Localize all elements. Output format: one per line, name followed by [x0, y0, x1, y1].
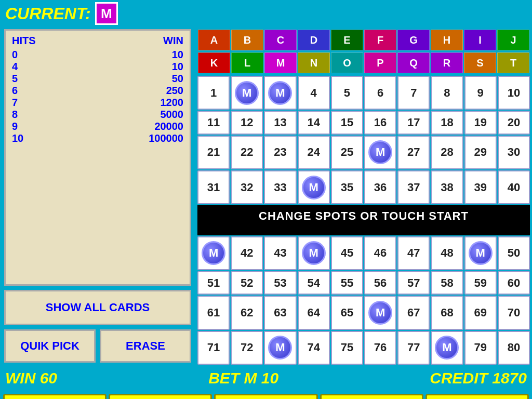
keno-cell-46[interactable]: 46	[364, 236, 396, 270]
alpha-btn-L[interactable]: L	[231, 52, 263, 73]
keno-cell-38[interactable]: 38	[431, 170, 463, 204]
keno-cell-19[interactable]: 19	[464, 111, 497, 134]
keno-cell-68[interactable]: 68	[431, 296, 463, 329]
keno-cell-28[interactable]: 28	[431, 136, 463, 169]
keno-cell-80[interactable]: 80	[498, 331, 530, 365]
options-button[interactable]: OPTIONS	[3, 394, 107, 399]
keno-cell-58[interactable]: 58	[431, 271, 463, 295]
keno-cell-6[interactable]: 6	[364, 76, 396, 110]
alpha-btn-A[interactable]: A	[198, 30, 230, 50]
alpha-btn-S[interactable]: S	[464, 52, 496, 73]
keno-cell-2[interactable]: M	[231, 76, 263, 110]
keno-cell-50[interactable]: 50	[498, 236, 530, 270]
keno-cell-78[interactable]: M	[431, 331, 463, 365]
alpha-btn-C[interactable]: C	[264, 30, 297, 50]
keno-cell-65[interactable]: 65	[331, 296, 363, 329]
keno-cell-76[interactable]: 76	[364, 331, 396, 365]
keno-cell-73[interactable]: M	[264, 331, 296, 365]
keno-cell-36[interactable]: 36	[364, 170, 396, 204]
keno-cell-4[interactable]: 4	[298, 76, 330, 110]
keno-cell-10[interactable]: 10	[498, 76, 530, 110]
keno-cell-72[interactable]: 72	[231, 331, 263, 365]
keno-cell-8[interactable]: 8	[431, 76, 463, 110]
keno-cell-51[interactable]: 51	[197, 271, 230, 295]
keno-cell-69[interactable]: 69	[464, 296, 497, 329]
keno-cell-23[interactable]: 23	[264, 136, 296, 169]
toolbar-quik-pick-button[interactable]: QUIK PICK	[109, 394, 212, 399]
keno-cell-20[interactable]: 20	[498, 111, 530, 134]
keno-cell-29[interactable]: 29	[464, 136, 497, 169]
alpha-btn-H[interactable]: H	[431, 30, 463, 50]
keno-cell-18[interactable]: 18	[431, 111, 463, 134]
bet1-button[interactable]: BET 1	[320, 394, 423, 399]
keno-cell-14[interactable]: 14	[298, 111, 330, 134]
alpha-btn-G[interactable]: G	[397, 30, 430, 50]
keno-cell-21[interactable]: 21	[197, 136, 230, 169]
keno-cell-7[interactable]: 7	[397, 76, 430, 110]
start-button[interactable]: START	[425, 394, 529, 399]
keno-cell-71[interactable]: 71	[197, 331, 230, 365]
keno-cell-75[interactable]: 75	[331, 331, 363, 365]
keno-cell-22[interactable]: 22	[231, 136, 263, 169]
keno-cell-74[interactable]: 74	[298, 331, 330, 365]
keno-cell-3[interactable]: M	[264, 76, 296, 110]
keno-cell-54[interactable]: 54	[298, 271, 330, 295]
keno-cell-11[interactable]: 11	[197, 111, 230, 134]
keno-cell-35[interactable]: 35	[331, 170, 363, 204]
keno-cell-30[interactable]: 30	[498, 136, 530, 169]
keno-cell-16[interactable]: 16	[364, 111, 396, 134]
keno-cell-47[interactable]: 47	[397, 236, 430, 270]
keno-cell-44[interactable]: M	[298, 236, 330, 270]
keno-cell-26[interactable]: M	[364, 136, 396, 169]
alpha-btn-T[interactable]: T	[497, 52, 529, 73]
keno-cell-25[interactable]: 25	[331, 136, 363, 169]
keno-cell-43[interactable]: 43	[264, 236, 296, 270]
keno-cell-64[interactable]: 64	[298, 296, 330, 329]
keno-cell-34[interactable]: M	[298, 170, 330, 204]
keno-cell-1[interactable]: 1	[197, 76, 230, 110]
keno-cell-49[interactable]: M	[464, 236, 497, 270]
keno-cell-40[interactable]: 40	[498, 170, 530, 204]
keno-cell-17[interactable]: 17	[397, 111, 430, 134]
keno-cell-77[interactable]: 77	[397, 331, 430, 365]
keno-cell-32[interactable]: 32	[231, 170, 263, 204]
keno-cell-53[interactable]: 53	[264, 271, 296, 295]
show-all-cards-button[interactable]: SHOW ALL CARDS	[4, 290, 191, 325]
keno-cell-56[interactable]: 56	[364, 271, 396, 295]
keno-cell-13[interactable]: 13	[264, 111, 296, 134]
alpha-btn-D[interactable]: D	[298, 30, 330, 50]
keno-cell-48[interactable]: 48	[431, 236, 463, 270]
keno-cell-41[interactable]: M	[197, 236, 230, 270]
alpha-btn-M[interactable]: M	[264, 52, 297, 73]
keno-cell-33[interactable]: 33	[264, 170, 296, 204]
keno-cell-12[interactable]: 12	[231, 111, 263, 134]
alpha-btn-P[interactable]: P	[364, 52, 396, 73]
keno-cell-79[interactable]: 79	[464, 331, 497, 365]
keno-cell-60[interactable]: 60	[498, 271, 530, 295]
keno-cell-15[interactable]: 15	[331, 111, 363, 134]
quik-pick-button[interactable]: QUIK PICK	[4, 329, 96, 363]
alpha-btn-J[interactable]: J	[497, 30, 529, 50]
erase-button[interactable]: ERASE	[100, 329, 191, 363]
keno-cell-37[interactable]: 37	[397, 170, 430, 204]
keno-cell-66[interactable]: M	[364, 296, 396, 329]
alpha-btn-B[interactable]: B	[231, 30, 263, 50]
keno-cell-70[interactable]: 70	[498, 296, 530, 329]
alpha-btn-Q[interactable]: Q	[397, 52, 430, 73]
alpha-btn-E[interactable]: E	[331, 30, 363, 50]
keno-cell-67[interactable]: 67	[397, 296, 430, 329]
keno-cell-24[interactable]: 24	[298, 136, 330, 169]
alpha-btn-I[interactable]: I	[464, 30, 496, 50]
alpha-btn-R[interactable]: R	[431, 52, 463, 73]
keno-cell-63[interactable]: 63	[264, 296, 296, 329]
keno-cell-27[interactable]: 27	[397, 136, 430, 169]
keno-cell-55[interactable]: 55	[331, 271, 363, 295]
keno-cell-9[interactable]: 9	[464, 76, 497, 110]
alpha-btn-F[interactable]: F	[364, 30, 396, 50]
keno-cell-5[interactable]: 5	[331, 76, 363, 110]
alpha-btn-N[interactable]: N	[298, 52, 330, 73]
keno-cell-59[interactable]: 59	[464, 271, 497, 295]
keno-cell-42[interactable]: 42	[231, 236, 263, 270]
alpha-btn-K[interactable]: K	[198, 52, 230, 73]
keno-cell-52[interactable]: 52	[231, 271, 263, 295]
